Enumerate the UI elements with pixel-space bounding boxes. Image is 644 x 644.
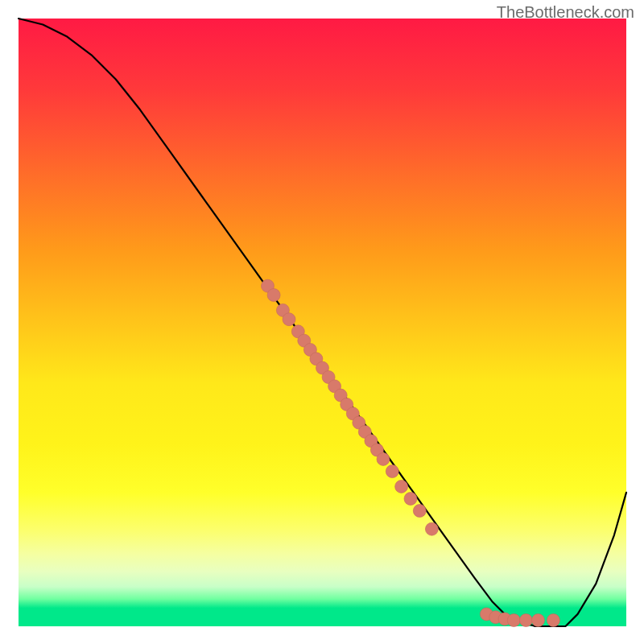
data-marker <box>283 313 295 326</box>
data-marker <box>519 614 532 627</box>
data-marker <box>395 480 408 493</box>
data-marker <box>404 493 417 506</box>
chart-plot-area <box>19 19 626 626</box>
data-marker <box>425 522 438 535</box>
data-marker <box>386 465 398 478</box>
chart-svg <box>19 19 626 626</box>
watermark-label: TheBottleneck.com <box>497 3 634 22</box>
data-marker <box>377 452 390 465</box>
data-marker <box>413 505 426 518</box>
data-marker <box>532 614 545 627</box>
data-marker <box>267 289 280 302</box>
data-markers <box>262 279 560 626</box>
data-marker <box>547 614 559 627</box>
bottleneck-curve <box>19 19 626 626</box>
data-marker <box>507 614 520 627</box>
